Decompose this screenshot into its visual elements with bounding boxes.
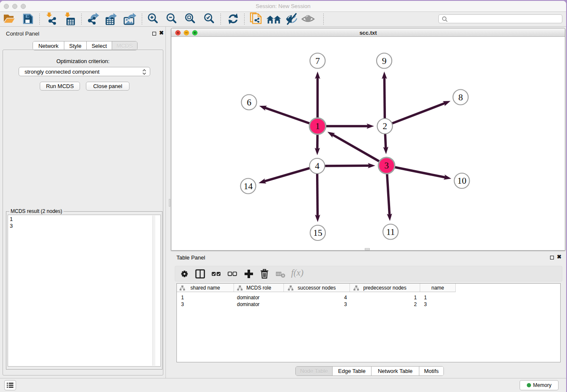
svg-text:2: 2 [383,121,387,131]
svg-text:6: 6 [247,97,251,108]
svg-text:3: 3 [384,160,389,171]
svg-text:9: 9 [382,56,387,66]
svg-text:1: 1 [315,121,320,131]
svg-text:8: 8 [458,92,463,102]
svg-text:7: 7 [315,56,320,66]
svg-text:10: 10 [457,176,467,186]
svg-text:15: 15 [313,228,322,238]
svg-text:14: 14 [244,181,253,191]
svg-text:11: 11 [386,227,395,237]
svg-text:4: 4 [315,161,319,171]
